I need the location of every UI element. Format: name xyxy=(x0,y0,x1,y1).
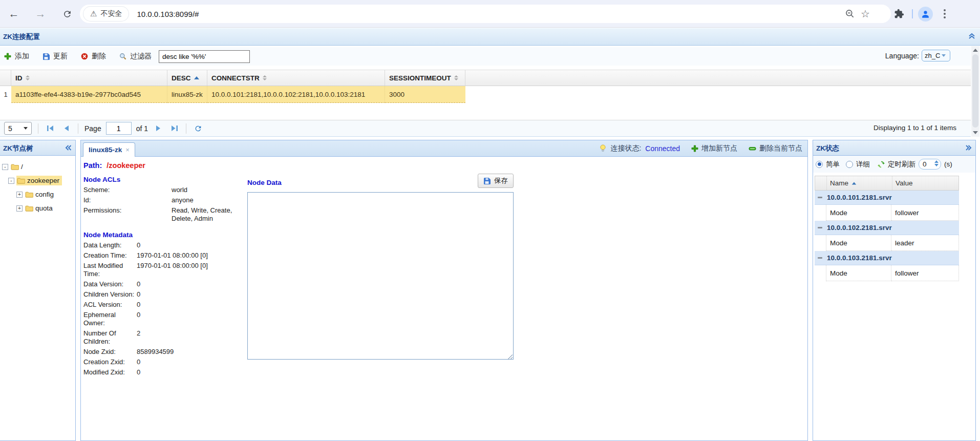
browser-toolbar: ← → ⚠ 不安全 10.0.0.103:8099/# ☆ xyxy=(0,0,980,28)
scroll-down-icon[interactable] xyxy=(973,131,978,134)
back-icon[interactable]: ← xyxy=(7,7,20,20)
reload-icon[interactable] xyxy=(60,7,74,20)
page-of-label: of 1 xyxy=(136,124,148,133)
delete-button[interactable]: 删除 xyxy=(81,52,106,61)
refresh-icon[interactable] xyxy=(193,123,204,134)
scroll-up-icon[interactable] xyxy=(973,49,978,52)
radio-simple-label: 简单 xyxy=(826,160,840,169)
folder-icon xyxy=(25,191,33,198)
address-bar[interactable]: ⚠ 不安全 10.0.0.103:8099/# xyxy=(80,5,891,23)
add-node-button[interactable]: 增加新节点 xyxy=(691,144,737,153)
expander-icon[interactable]: - xyxy=(8,178,14,184)
cell-desc: linux85-zk xyxy=(167,86,207,103)
metadata-row: Ephemeral Owner:0 xyxy=(83,310,244,328)
next-page-icon[interactable] xyxy=(153,123,164,134)
metadata-row: Last Modified Time:1970-01-01 08:00:00 [… xyxy=(83,261,244,279)
tab-close-icon[interactable]: × xyxy=(125,146,130,154)
tree-node-root[interactable]: - / xyxy=(0,160,75,174)
status-row[interactable]: Mode follower xyxy=(815,205,959,221)
extensions-icon[interactable] xyxy=(891,6,907,22)
delete-node-button[interactable]: 删除当前节点 xyxy=(749,144,802,153)
tree-node-zookeeper[interactable]: - zookeeper xyxy=(0,174,75,187)
config-panel-header: ZK连接配置 xyxy=(0,28,980,46)
radio-simple[interactable] xyxy=(816,161,823,168)
collapse-minus-icon[interactable] xyxy=(817,255,823,261)
metadata-row: Modified Zxid:0 xyxy=(83,367,244,377)
chevron-down-icon xyxy=(24,127,28,130)
collapse-right-icon[interactable] xyxy=(965,144,972,153)
page-input[interactable] xyxy=(106,122,132,135)
add-button[interactable]: 添加 xyxy=(4,52,29,61)
path-label: Path: xyxy=(83,161,102,170)
node-path: Path:/zookeeper xyxy=(81,157,807,170)
grid-header: ID DESC CONNECTSTR SESSIONTIMEOUT xyxy=(0,70,971,86)
collapse-left-icon[interactable] xyxy=(65,144,72,153)
forward-icon[interactable]: → xyxy=(34,7,47,20)
profile-avatar[interactable] xyxy=(918,7,933,22)
cell-sessiontimeout: 3000 xyxy=(385,86,465,103)
last-page-icon[interactable] xyxy=(168,123,180,134)
table-row[interactable]: 1 a1103ffe-efe4-4383-b19e-2977bc0ad545 l… xyxy=(0,86,465,103)
menu-dots-icon[interactable] xyxy=(937,6,952,22)
radio-detail[interactable] xyxy=(846,161,853,168)
status-group-row[interactable]: 10.0.0.103.2181.srvr xyxy=(815,251,959,265)
vertical-scrollbar[interactable] xyxy=(971,46,979,137)
expander-icon[interactable]: + xyxy=(16,205,23,212)
node-acls-title: Node ACLs xyxy=(83,176,807,183)
folder-icon xyxy=(25,205,33,212)
magnifier-icon xyxy=(119,53,126,60)
status-group-row[interactable]: 10.0.0.102.2181.srvr xyxy=(815,221,959,235)
save-button[interactable]: 保存 xyxy=(478,174,514,188)
collapse-minus-icon[interactable] xyxy=(817,195,823,200)
node-data-title: Node Data xyxy=(247,179,282,186)
status-column-value[interactable]: Value xyxy=(892,176,958,190)
auto-refresh-icon xyxy=(878,161,885,168)
page-label: Page xyxy=(84,124,101,133)
interval-spinner[interactable]: 0 xyxy=(919,159,941,170)
bookmark-star-icon[interactable]: ☆ xyxy=(858,6,873,22)
status-column-name[interactable]: Name xyxy=(826,176,892,190)
expander-icon[interactable]: + xyxy=(16,192,23,198)
spinner-arrows-icon[interactable] xyxy=(934,160,939,166)
status-group-row[interactable]: 10.0.0.101.2181.srvr xyxy=(815,191,959,205)
language-select[interactable]: zh_C xyxy=(922,50,950,61)
minus-pill-icon xyxy=(749,145,756,152)
node-data-textarea[interactable] xyxy=(247,192,514,360)
collapse-minus-icon[interactable] xyxy=(817,225,823,230)
delete-x-icon xyxy=(81,53,88,60)
update-button[interactable]: 更新 xyxy=(42,52,68,61)
zoom-out-icon[interactable] xyxy=(842,6,858,22)
add-plus-icon xyxy=(691,145,698,152)
connection-status-label: 连接状态: xyxy=(610,144,641,153)
sort-asc-icon xyxy=(194,76,199,79)
column-header-id[interactable]: ID xyxy=(11,70,167,86)
first-page-icon[interactable] xyxy=(45,123,56,134)
status-row[interactable]: Mode leader xyxy=(815,235,959,251)
prev-page-icon[interactable] xyxy=(60,123,72,134)
scrollbar-thumb[interactable] xyxy=(972,54,978,128)
tree-node-config[interactable]: + config xyxy=(0,187,75,201)
tree-node-quota[interactable]: + quota xyxy=(0,201,75,215)
language-label: Language: xyxy=(885,52,919,60)
zk-tree-panel: ZK节点树 - / - zookeeper + xyxy=(0,140,76,441)
save-disk-icon xyxy=(42,53,50,60)
security-chip[interactable]: ⚠ 不安全 xyxy=(83,7,129,21)
page-size-select[interactable]: 5 xyxy=(4,122,32,135)
security-label: 不安全 xyxy=(100,9,122,18)
radio-detail-label: 详细 xyxy=(856,160,870,169)
column-header-sessiontimeout[interactable]: SESSIONTIMEOUT xyxy=(385,70,465,86)
column-header-connectstr[interactable]: CONNECTSTR xyxy=(207,70,385,86)
collapse-up-icon[interactable] xyxy=(968,33,975,41)
filter-input[interactable] xyxy=(159,50,250,63)
expander-icon[interactable]: - xyxy=(2,164,8,170)
tab-linux85-zk[interactable]: linux85-zk × xyxy=(83,142,135,157)
path-value: /zookeeper xyxy=(106,161,145,170)
interval-unit-label: (s) xyxy=(944,160,952,168)
column-header-desc[interactable]: DESC xyxy=(167,70,207,86)
config-toolbar: 添加 更新 删除 过滤器 Language: zh_C xyxy=(0,47,971,66)
status-row[interactable]: Mode follower xyxy=(815,265,959,281)
url-text[interactable]: 10.0.0.103:8099/# xyxy=(137,10,199,18)
connection-status-value: Connected xyxy=(645,144,680,153)
filter-button[interactable]: 过滤器 xyxy=(119,52,152,61)
divider xyxy=(912,9,913,18)
